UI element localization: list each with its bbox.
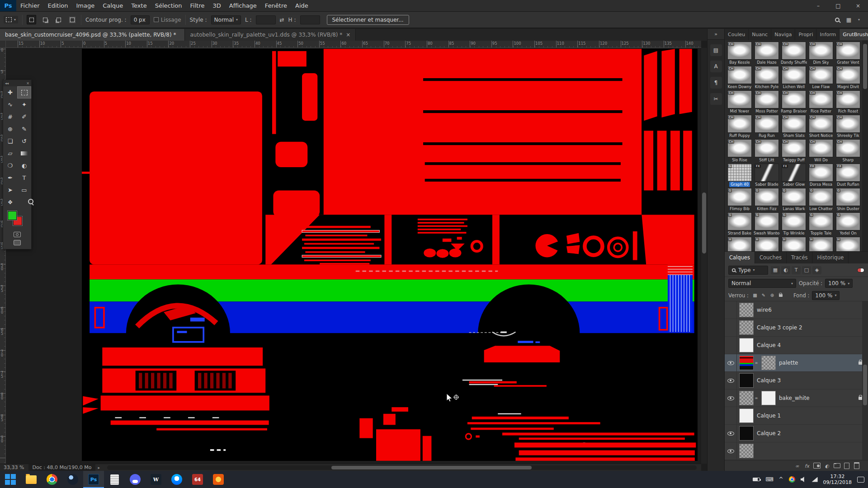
tool-preset-dropdown[interactable]: ▾	[4, 16, 18, 23]
brush-item[interactable]: G Tip Wrinkle	[780, 212, 807, 237]
toolbar-close-icon[interactable]: ×	[26, 81, 29, 85]
pen-tool[interactable]: ✒	[3, 172, 17, 184]
toolbar-collapse-icon[interactable]: ◂◂	[5, 81, 9, 85]
lock-all-icon[interactable]	[777, 292, 784, 299]
filter-type-dropdown[interactable]: Type ▾	[728, 266, 768, 275]
panel-tab[interactable]: Naviga	[771, 29, 795, 40]
menu-item[interactable]: Aide	[291, 0, 312, 12]
crop-tool[interactable]: #	[3, 111, 17, 123]
tray-chrome-icon[interactable]	[789, 476, 795, 483]
layer-row[interactable]: ∞ palette	[725, 354, 868, 372]
marquee-tool[interactable]	[17, 86, 31, 99]
brush-item[interactable]: CH Lichen Well	[780, 66, 807, 90]
select-and-mask-button[interactable]: Sélectionner et masquer...	[327, 15, 409, 25]
layer-visibility-toggle[interactable]	[725, 301, 737, 319]
brush-item[interactable]: G Kitten Fizz	[753, 188, 780, 212]
subtract-selection-icon[interactable]	[54, 15, 63, 24]
screen-mode-icon[interactable]	[14, 240, 21, 245]
document-tab[interactable]: autobello_skin_rally_palette_uv1.dds @ 3…	[185, 29, 356, 41]
shape-tool[interactable]: ▭	[17, 184, 31, 196]
lock-position-icon[interactable]: ⊕	[769, 292, 776, 299]
volume-icon[interactable]	[801, 477, 807, 482]
brush-item[interactable]: CH Twiggy Puff	[780, 139, 807, 164]
brush-item[interactable]: CH Dale Haze	[753, 42, 780, 66]
brush-item[interactable]: FX Saber Blade	[753, 164, 780, 188]
add-selection-icon[interactable]	[40, 15, 50, 24]
history-brush-tool[interactable]: ↺	[17, 135, 31, 147]
group-layers-icon[interactable]	[833, 462, 841, 470]
layers-panel-tab[interactable]: Historique	[812, 252, 849, 263]
brush-item[interactable]: FX Saber Glow	[780, 164, 807, 188]
brush-item[interactable]: G Lanas Wark	[780, 188, 807, 212]
feather-input[interactable]: 0 px	[131, 15, 150, 24]
brush-item[interactable]: CH Stiff Litt	[753, 139, 780, 164]
brush-item[interactable]: CH Short Notice	[807, 115, 835, 139]
start-button[interactable]	[0, 471, 21, 488]
brush-item[interactable]: CH Rich Roast	[835, 90, 862, 115]
workspace-icon[interactable]: ▦	[846, 17, 851, 23]
brush-tool[interactable]: ✎	[17, 123, 31, 135]
layer-visibility-toggle[interactable]	[725, 389, 737, 407]
menu-item[interactable]: Fichier	[16, 0, 44, 12]
tab-close-icon[interactable]: ×	[346, 32, 350, 38]
brush-item[interactable]: H	[726, 237, 753, 252]
brush-item[interactable]: H	[753, 237, 780, 252]
layer-row[interactable]: ∞ Calque 3	[725, 372, 868, 389]
hand-tool[interactable]: ❖	[3, 196, 17, 208]
document-tab[interactable]: base_skin_customcruiser_4096.psd @ 33,3%…	[0, 29, 185, 41]
brush-item[interactable]: CH Moss Potter	[753, 90, 780, 115]
eraser-tool[interactable]: ▱	[3, 147, 17, 160]
brush-item[interactable]: CH Dandy Shuffle	[780, 42, 807, 66]
maximize-button[interactable]: □	[828, 0, 848, 11]
clip-tools-icon[interactable]: ✂	[710, 93, 722, 105]
layer-row[interactable]: ∞ Calque 4	[725, 337, 868, 354]
taskbar-dark-app-icon[interactable]	[62, 471, 83, 488]
status-menu-arrow[interactable]: ▸	[95, 465, 103, 470]
move-tool[interactable]: ✚	[3, 86, 17, 99]
brush-item[interactable]: CH Bay Kessle	[726, 42, 753, 66]
quick-selection-tool[interactable]: ✦	[17, 99, 31, 111]
brushes-scrollbar[interactable]	[862, 40, 868, 251]
brush-item[interactable]: FX Dorsa Mesa	[807, 164, 835, 188]
layer-row[interactable]: ∞ Calque 3 copie 2	[725, 319, 868, 337]
brush-item[interactable]: G Flimsy Bib	[726, 188, 753, 212]
filter-smart-icon[interactable]: ◈	[812, 266, 821, 274]
eyedropper-tool[interactable]: ✐	[17, 111, 31, 123]
brush-item[interactable]: CH Magni Divit	[835, 66, 862, 90]
keyboard-icon[interactable]: ⌨	[765, 476, 773, 483]
healing-brush-tool[interactable]: ⊕	[3, 123, 17, 135]
height-input[interactable]	[300, 15, 320, 24]
lock-pixels-icon[interactable]: ✎	[760, 292, 767, 299]
layer-visibility-toggle[interactable]	[725, 407, 737, 424]
brush-item[interactable]: CH Low Flaw	[807, 66, 835, 90]
expand-panels-icon[interactable]: »	[708, 29, 724, 40]
brush-item[interactable]: CH Keen Downy	[726, 66, 753, 90]
taskbar-discord-icon[interactable]	[125, 471, 146, 488]
layers-panel-tab[interactable]: Couches	[755, 252, 787, 263]
color-swatches[interactable]	[3, 208, 31, 231]
swap-dimensions-icon[interactable]: ⇄	[280, 17, 284, 23]
menu-item[interactable]: Fenêtre	[261, 0, 291, 12]
search-icon[interactable]	[835, 18, 840, 22]
layer-row[interactable]: ∞	[725, 442, 868, 460]
delete-layer-icon[interactable]	[853, 462, 861, 470]
filter-adjustment-icon[interactable]: ◐	[781, 266, 790, 274]
panel-tab[interactable]: Propri	[795, 29, 816, 40]
layer-visibility-toggle[interactable]	[725, 354, 737, 371]
quick-mask-icon[interactable]	[14, 232, 21, 237]
paragraph-panel-icon[interactable]: ¶	[710, 77, 722, 89]
taskbar-game-icon[interactable]	[208, 471, 229, 488]
layer-visibility-toggle[interactable]	[725, 319, 737, 336]
adjustment-layer-icon[interactable]: ◐	[823, 462, 831, 470]
blur-tool[interactable]: ❍	[3, 160, 17, 172]
brush-item[interactable]: CH Grater Vent	[835, 42, 862, 66]
taskbar-w-app-icon[interactable]: W	[146, 471, 166, 488]
brushes-scrollbar-thumb[interactable]	[863, 44, 867, 89]
layer-row[interactable]: ∞ Calque 1	[725, 407, 868, 425]
brush-item[interactable]: CH Ramp Braiser	[780, 90, 807, 115]
brush-item[interactable]: CH Kitchen Pyle	[753, 66, 780, 90]
antialias-checkbox[interactable]: Lissage	[154, 17, 181, 23]
width-input[interactable]	[256, 15, 276, 24]
link-layers-icon[interactable]: ∞	[793, 462, 801, 470]
panel-tab[interactable]: Couleu	[725, 29, 749, 40]
